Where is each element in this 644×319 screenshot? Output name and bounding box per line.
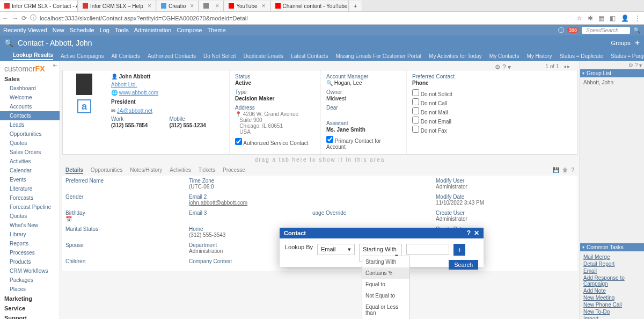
help-icon[interactable]: ? (467, 229, 471, 237)
task-link[interactable]: Detail Report (583, 260, 641, 267)
extension-icon[interactable]: ✱ (588, 15, 593, 22)
dne-checkbox[interactable]: Do not Email (412, 117, 481, 125)
nav-item[interactable]: Welcome (0, 93, 60, 102)
nav-item[interactable]: Quotas (0, 212, 60, 221)
dropdown-option[interactable]: Equal to (362, 279, 409, 290)
nav-item[interactable]: Activities (0, 157, 60, 166)
search-icon[interactable]: 🔍 (4, 39, 13, 47)
toolbar-item[interactable]: Theme (207, 27, 225, 33)
dropdown-option[interactable]: Starting With (362, 256, 409, 267)
task-link[interactable]: Add Response to Campaign (583, 274, 641, 287)
star-icon[interactable]: ☆ (576, 15, 582, 22)
reload-icon[interactable]: ⟳ (21, 15, 27, 22)
browser-tab[interactable]: × (199, 1, 224, 11)
help-icon[interactable]: ? (571, 167, 574, 174)
email-link[interactable]: JA@abbott.net (117, 108, 152, 114)
tab-details[interactable]: Details (65, 167, 83, 174)
task-link[interactable]: Mail Merge (583, 253, 641, 260)
subnav-item[interactable]: My Activities for Today (429, 53, 482, 59)
toolbar-item[interactable]: Schedule (70, 27, 94, 33)
close-icon[interactable]: × (262, 2, 266, 10)
back-icon[interactable]: ← (2, 15, 9, 22)
tab-item[interactable]: Notes/History (130, 167, 162, 174)
task-link[interactable]: New Meeting (583, 294, 641, 301)
nav-section[interactable]: Support (0, 313, 60, 319)
dropdown-option[interactable]: Not Equal to (362, 290, 409, 301)
subnav-item[interactable]: Missing Emails For Customer Portal (336, 53, 421, 59)
dropdown-option[interactable]: Equal or Less than (362, 301, 409, 318)
lookup-field-select[interactable]: Email ▾ (317, 244, 355, 255)
subnav-item[interactable]: Authorized Contacts (148, 53, 196, 59)
browser-tab[interactable]: Infor CRM SLX - Contact - Abbo× (0, 1, 78, 11)
add-condition-button[interactable]: + (453, 244, 465, 256)
nav-item[interactable]: CRM Workflows (0, 266, 60, 276)
speedsearch-input[interactable]: SpeedSearch (582, 27, 630, 34)
nav-item[interactable]: Leads (0, 120, 60, 129)
nav-item[interactable]: Forecasts (0, 193, 60, 202)
nav-item[interactable]: Forecast Pipeline (0, 202, 60, 212)
nav-item[interactable]: Library (0, 230, 60, 239)
tab-item[interactable]: Activities (170, 167, 191, 174)
url-field[interactable]: localhost:3333/slxclient/Contact.aspx?en… (40, 15, 572, 21)
tab-item[interactable]: Tickets (199, 167, 215, 174)
dnf-checkbox[interactable]: Do not Fax (412, 126, 481, 134)
subnav-item[interactable]: Lookup Results (13, 52, 53, 60)
close-icon[interactable]: × (190, 2, 194, 10)
browser-tab[interactable]: Infor CRM SLX – Help× (78, 1, 156, 11)
task-link[interactable]: Email (583, 267, 641, 274)
nav-item[interactable]: Packages (0, 276, 60, 285)
authorized-checkbox[interactable]: Authorized Service Contact (235, 138, 315, 146)
nav-item[interactable]: Places (0, 285, 60, 294)
subnav-item[interactable]: Status = Duplicate (560, 53, 603, 59)
browser-tab[interactable]: Creatio× (157, 1, 199, 11)
email2-link[interactable]: john.abbott@abbott.com (189, 200, 312, 206)
close-icon[interactable]: × (215, 2, 219, 10)
add-button[interactable]: + (635, 38, 640, 48)
new-tab-button[interactable]: + (349, 1, 362, 11)
subnav-item[interactable]: Duplicate Emails (244, 53, 283, 59)
delete-icon[interactable]: 🗑 (562, 167, 568, 174)
toolbar-item[interactable]: New (53, 27, 64, 33)
common-tasks-header[interactable]: ▾Common Tasks (580, 243, 644, 251)
nav-item[interactable]: Calendar (0, 166, 60, 175)
search-button[interactable]: Search (449, 260, 478, 270)
nav-item[interactable]: Reports (0, 239, 60, 248)
nav-item[interactable]: What's New (0, 221, 60, 230)
task-link[interactable]: Add Note (583, 287, 641, 294)
task-link[interactable]: New To-Do (583, 308, 641, 315)
nav-item[interactable]: Products (0, 257, 60, 266)
nav-item[interactable]: Accounts (0, 102, 60, 111)
toolbar-item[interactable]: Log (100, 27, 109, 33)
tab-item[interactable]: Processe (223, 167, 245, 174)
browser-tab[interactable]: Channel content - YouTube Stu× (271, 1, 349, 11)
subnav-item[interactable]: My Contacts (489, 53, 519, 59)
nav-item[interactable]: Literature (0, 184, 60, 193)
nav-section[interactable]: Service (0, 303, 60, 313)
nav-section[interactable]: Marketing (0, 294, 60, 303)
tab-item[interactable]: Opportunities (91, 167, 122, 174)
nav-item[interactable]: Processes (0, 248, 60, 257)
forward-icon[interactable]: → (12, 15, 18, 22)
toolbar-item[interactable]: Administration (134, 27, 172, 33)
save-icon[interactable]: 💾 (553, 167, 559, 174)
close-icon[interactable]: × (148, 2, 151, 10)
nav-item[interactable]: Events (0, 175, 60, 184)
nav-item[interactable]: Dashboard (0, 84, 60, 93)
info-icon[interactable]: ⓘ (30, 13, 36, 23)
subnav-item[interactable]: My History (526, 53, 552, 59)
task-link[interactable]: New Phone Call (583, 301, 641, 308)
toolbar-item[interactable]: Recently Viewed (3, 27, 47, 33)
web-link[interactable]: www.abbott.com (119, 90, 158, 96)
groups-button[interactable]: Groups (611, 40, 631, 46)
search-icon[interactable]: 🔍 (633, 27, 641, 34)
dropdown-option[interactable]: Contains🖱 (362, 267, 409, 279)
dnm-checkbox[interactable]: Do not Mail (412, 107, 481, 115)
close-icon[interactable]: ✕ (474, 229, 479, 237)
toolbar-item[interactable]: Tools (115, 27, 129, 33)
toolbar-item[interactable]: Compose (177, 27, 202, 33)
dns-checkbox[interactable]: Do not Solicit (412, 89, 481, 97)
subnav-item[interactable]: Status = Purge (611, 53, 644, 59)
group-list-item[interactable]: Abbott, John (580, 77, 644, 88)
pin-icon[interactable]: ⇤ (53, 62, 57, 68)
browser-tab[interactable]: YouTube× (224, 1, 270, 11)
